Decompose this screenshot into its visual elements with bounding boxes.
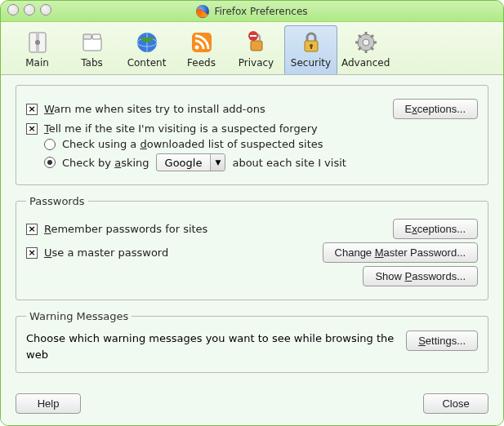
tab-label: Content: [123, 57, 171, 69]
svg-line-25: [359, 47, 361, 50]
tab-content[interactable]: Content: [120, 25, 173, 74]
tab-label: Feeds: [177, 57, 225, 69]
minimize-window-button[interactable]: [24, 4, 35, 16]
feeds-icon: [189, 29, 215, 55]
svg-rect-5: [92, 34, 100, 39]
tell-forgery-checkbox[interactable]: ×: [26, 123, 38, 135]
preferences-window: Firefox Preferences Main Tabs Content: [0, 0, 504, 426]
check-asking-radio[interactable]: [44, 157, 56, 168]
svg-line-22: [359, 35, 361, 38]
advanced-icon: [353, 29, 379, 55]
check-asking-tail: about each site I visit: [232, 157, 346, 169]
dialog-footer: Help Close: [16, 387, 488, 414]
warn-addons-label: Warn me when sites try to install add-on…: [44, 103, 386, 115]
svg-rect-15: [310, 46, 312, 49]
change-master-password-button[interactable]: Change Master Password...: [323, 242, 478, 263]
tab-label: Privacy: [232, 57, 280, 69]
warn-addons-checkbox[interactable]: ×: [26, 104, 38, 115]
svg-rect-4: [83, 34, 91, 39]
window-title: Firefox Preferences: [214, 6, 307, 17]
check-downloaded-radio[interactable]: [44, 139, 56, 150]
remember-passwords-checkbox[interactable]: ×: [26, 224, 38, 235]
tab-tabs[interactable]: Tabs: [65, 25, 118, 74]
prefs-toolbar: Main Tabs Content Feeds Privacy: [1, 22, 503, 75]
warnings-legend: Warning Messages: [26, 310, 132, 322]
security-icon: [298, 29, 324, 55]
svg-line-23: [371, 47, 373, 50]
tab-feeds[interactable]: Feeds: [175, 25, 228, 74]
tell-forgery-label: Tell me if the site I'm visiting is a su…: [44, 122, 478, 135]
tab-label: Main: [13, 57, 61, 69]
tab-advanced[interactable]: Advanced: [339, 25, 392, 74]
master-password-checkbox[interactable]: ×: [26, 247, 38, 259]
chevron-down-icon: ▼: [210, 154, 225, 171]
tab-security[interactable]: Security: [284, 25, 337, 74]
passwords-exceptions-button[interactable]: Exceptions...: [393, 219, 478, 239]
svg-rect-10: [251, 41, 262, 51]
check-asking-label: Check by asking: [62, 157, 149, 169]
tab-main[interactable]: Main: [11, 25, 64, 74]
tab-label: Advanced: [341, 57, 390, 69]
tab-privacy[interactable]: Privacy: [230, 25, 283, 74]
warnings-settings-button[interactable]: Settings...: [406, 331, 478, 351]
addons-exceptions-button[interactable]: Exceptions...: [393, 99, 478, 119]
tab-label: Tabs: [68, 57, 116, 69]
show-passwords-button[interactable]: Show Passwords...: [363, 266, 478, 286]
close-window-button[interactable]: [7, 4, 19, 16]
content-icon: [134, 29, 160, 55]
help-button[interactable]: Help: [16, 393, 81, 414]
svg-rect-12: [250, 35, 256, 37]
check-downloaded-label: Check using a downloaded list of suspect…: [62, 138, 323, 150]
warnings-description: Choose which warning messages you want t…: [26, 331, 395, 362]
tabs-icon: [79, 29, 105, 55]
addons-forgery-group: × Warn me when sites try to install add-…: [16, 85, 488, 185]
close-button[interactable]: Close: [423, 393, 488, 414]
svg-point-17: [363, 39, 369, 46]
forgery-provider-select[interactable]: Google ▼: [156, 153, 226, 171]
passwords-group: Passwords × Remember passwords for sites…: [16, 195, 488, 300]
tab-label: Security: [287, 57, 335, 69]
content-area: × Warn me when sites try to install add-…: [1, 75, 503, 425]
titlebar: Firefox Preferences: [1, 1, 503, 22]
svg-point-2: [35, 40, 40, 45]
svg-line-24: [371, 35, 373, 38]
master-password-label: Use a master password: [44, 246, 316, 259]
remember-passwords-label: Remember passwords for sites: [44, 223, 386, 235]
zoom-window-button[interactable]: [40, 4, 51, 16]
select-value: Google: [157, 157, 211, 169]
passwords-legend: Passwords: [26, 195, 88, 207]
warning-messages-group: Warning Messages Choose which warning me…: [16, 310, 488, 373]
firefox-icon: [196, 5, 209, 18]
window-controls: [7, 4, 51, 16]
privacy-icon: [243, 29, 270, 55]
main-icon: [25, 29, 51, 55]
svg-point-9: [194, 46, 198, 50]
